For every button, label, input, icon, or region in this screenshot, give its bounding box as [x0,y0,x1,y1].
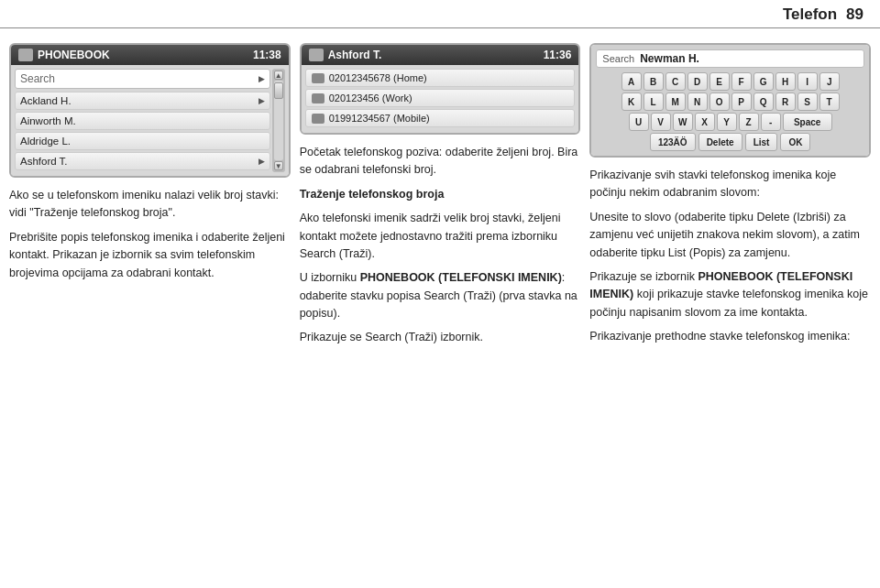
phone-number: 02012345678 (Home) [329,72,427,83]
main-content: PHONEBOOK 11:38 Search ▶ Ackland H. Ainw… [0,28,880,582]
keyboard-search-bar: Search Newman H. [596,49,864,68]
scroll-down-button[interactable]: ▼ [274,161,283,170]
col2-text: Početak telefonskog poziva: odaberite že… [300,144,581,354]
keyboard-row-2: K L M N O P Q R S T [596,93,864,111]
key-I[interactable]: I [798,72,818,91]
phonebook-screen: PHONEBOOK 11:38 Search ▶ Ackland H. Ainw… [9,43,291,178]
list-item[interactable]: Ackland H. [15,92,270,110]
key-Z[interactable]: Z [739,113,759,131]
key-123ao[interactable]: 123ÄÖ [650,133,696,151]
keyboard-bottom-row: 123ÄÖ Delete List OK [596,133,864,151]
col2-para-4: U izborniku PHONEBOOK (TELEFONSKI IMENIK… [300,269,581,322]
search-label: Search [20,72,55,85]
contact-phone-row[interactable]: 02012345678 (Home) [305,69,576,87]
list-item[interactable]: Aldridge L. [15,132,270,150]
key-C[interactable]: C [666,72,686,91]
kb-search-label: Search [602,53,634,64]
col2-para-5: Prikazuje se Search (Traži) izbornik. [300,329,581,346]
key-T[interactable]: T [820,93,840,111]
key-V[interactable]: V [651,113,671,131]
col2-para-2: Traženje telefonskog broja [300,186,581,203]
contact-phone-row[interactable]: 020123456 (Work) [305,89,576,107]
scroll-thumb[interactable] [274,82,283,99]
key-R[interactable]: R [776,93,796,111]
col2-para-3: Ako telefonski imenik sadrži velik broj … [300,210,581,263]
column-3: Search Newman H. A B C D E F G H I J [589,43,871,572]
keyboard-row-3: U V W X Y Z - Space [596,113,864,131]
col2-para-1: Početak telefonskog poziva: odaberite že… [300,144,581,180]
contact-phone-row[interactable]: 01991234567 (Mobile) [305,109,576,127]
key-H[interactable]: H [776,72,796,91]
scroll-up-button[interactable]: ▲ [274,71,283,80]
column-1: PHONEBOOK 11:38 Search ▶ Ackland H. Ainw… [9,43,291,572]
phone-number: 020123456 (Work) [329,93,412,103]
key-S[interactable]: S [798,93,818,111]
keyboard-row-1: A B C D E F G H I J [596,72,864,91]
col1-text: Ako se u telefonskom imeniku nalazi veli… [9,187,291,289]
list-item-name: Ashford T. [20,156,68,167]
key-K[interactable]: K [622,93,642,111]
col3-para-1: Prikazivanje svih stavki telefonskog ime… [589,167,871,202]
key-delete[interactable]: Delete [698,133,742,151]
key-J[interactable]: J [820,72,840,91]
phone-type-icon [312,73,324,83]
search-arrow: ▶ [258,74,265,83]
key-space[interactable]: Space [783,113,832,131]
col1-para-2: Prebrišite popis telefonskog imenika i o… [9,229,291,282]
key-W[interactable]: W [673,113,693,131]
phone-type-icon [312,93,324,103]
page-header: Telefon 89 [0,0,880,28]
key-D[interactable]: D [688,72,708,91]
phonebook-screen-header: PHONEBOOK 11:38 [11,45,289,65]
page-number: 89 [846,5,864,24]
contact-screen-header: Ashford T. 11:36 [302,45,579,65]
column-2: Ashford T. 11:36 02012345678 (Home) 0201… [300,43,581,572]
list-item[interactable]: Ainworth M. [15,112,270,130]
page-title: Telefon [783,5,837,24]
phonebook-search-row[interactable]: Search ▶ [15,69,270,89]
key-G[interactable]: G [754,72,774,91]
key-Y[interactable]: Y [717,113,737,131]
scrollbar[interactable]: ▲ ▼ [272,69,285,172]
contact-body: 02012345678 (Home) 020123456 (Work) 0199… [302,65,579,133]
key-O[interactable]: O [710,93,730,111]
contact-time: 11:36 [544,49,572,61]
kb-search-value: Newman H. [640,52,699,65]
contact-phone-icon [309,49,324,61]
contact-screen: Ashford T. 11:36 02012345678 (Home) 0201… [300,43,581,135]
list-item-name: Ackland H. [20,95,72,106]
key-Q[interactable]: Q [754,93,774,111]
col3-para-2: Unesite to slovo (odaberite tipku Delete… [589,209,871,262]
phone-type-icon [312,114,324,124]
phonebook-time: 11:38 [253,49,281,61]
key-B[interactable]: B [644,72,664,91]
contact-name: Ashford T. [328,49,382,61]
key-P[interactable]: P [732,93,752,111]
col3-para-3: Prikazuje se izbornik PHONEBOOK (TELEFON… [589,268,871,321]
list-item-name: Aldridge L. [20,136,71,147]
col3-para-4: Prikazivanje prethodne stavke telefonsko… [589,328,871,345]
key-X[interactable]: X [695,113,715,131]
keyboard-screen: Search Newman H. A B C D E F G H I J [589,43,871,158]
phonebook-icon [18,49,33,61]
list-item[interactable]: Ashford T. [15,152,270,170]
key-N[interactable]: N [688,93,708,111]
scroll-track [274,81,283,160]
list-item-name: Ainworth M. [20,115,76,126]
kb-search-text: Newman H. [640,52,699,65]
key-A[interactable]: A [622,72,642,91]
keyboard-body: Search Newman H. A B C D E F G H I J [591,45,869,156]
col3-text: Prikazivanje svih stavki telefonskog ime… [589,167,871,352]
key-M[interactable]: M [666,93,686,111]
key-F[interactable]: F [732,72,752,91]
key-E[interactable]: E [710,72,730,91]
key-ok[interactable]: OK [780,133,810,151]
key-U[interactable]: U [629,113,649,131]
phone-number: 01991234567 (Mobile) [329,113,430,124]
key-list[interactable]: List [745,133,778,151]
phonebook-title: PHONEBOOK [38,49,110,61]
col1-para-1: Ako se u telefonskom imeniku nalazi veli… [9,187,291,223]
phonebook-body: Search ▶ Ackland H. Ainworth M. Aldridge… [11,65,289,176]
key-dash[interactable]: - [761,113,781,131]
key-L[interactable]: L [644,93,664,111]
